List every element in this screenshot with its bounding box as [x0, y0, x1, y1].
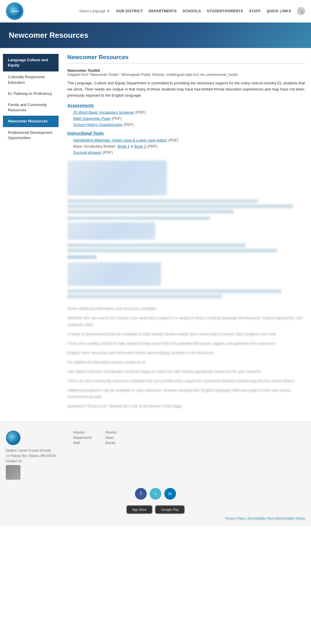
nav-student-parents[interactable]: STUDENT/PARENTS [207, 9, 243, 13]
blurred-content-1 [67, 160, 305, 298]
social-facebook-btn[interactable]: f [135, 488, 147, 500]
social-twitter-btn[interactable]: t [150, 488, 161, 500]
blurred-text-section: Some additional information and resource… [67, 305, 305, 409]
hero-banner: Newcomer Resources [0, 23, 311, 48]
resource-item-survival: Survival phrases (PDF) [73, 150, 305, 155]
footer-contact[interactable]: Contact Us [6, 459, 64, 463]
sidebar-item-culturally-responsive[interactable]: Culturally Responsive Education [3, 71, 59, 88]
footer-link-staff[interactable]: Staff [73, 441, 97, 445]
vocab-amp: & [131, 144, 133, 148]
school-history-link[interactable]: School History Questionnaire [73, 122, 122, 127]
footer-logo-circle [6, 431, 20, 445]
handwriting-link[interactable]: Handwriting Materials: Upper-case & Lowe… [73, 138, 167, 142]
page-title: Newcomer Resources [9, 31, 302, 40]
footer-links-group-2: Parents News Events [105, 431, 129, 482]
vocab-builder-pdf: (PDF) [147, 144, 158, 148]
footer-links-col: Schools Departments Staff Parents News E… [73, 431, 305, 482]
footer-tagline: Eastern Carver County Schools [6, 449, 64, 452]
footer-link-departments[interactable]: Departments [73, 436, 97, 439]
svg-point-2 [6, 431, 20, 445]
sidebar-item-newcomer-resources[interactable]: Newcomer Resources [3, 116, 59, 127]
vocab-book1-link[interactable]: Book 1 [117, 144, 129, 148]
intro-paragraph: The Language, Culture and Equity Departm… [67, 80, 305, 98]
language-selector[interactable]: Select Language ▼ [79, 9, 110, 13]
content-area: Newcomer Resources Newcomer Toolkit Adap… [64, 54, 308, 413]
app-store-btn[interactable]: App Store [127, 505, 153, 514]
math-diagnostic-pdf: (PDF) [112, 116, 122, 121]
instructional-tools-link[interactable]: Instructional Tools [67, 131, 305, 136]
vocab-builder-label: Basic Vocabulary Builder: [73, 144, 116, 148]
non-discrimination-link[interactable]: Non-Discrimination Notice [268, 517, 305, 520]
footer-logo [6, 431, 64, 445]
footer-address: 11 Peavey Rd, Chaska, MN 55318 [6, 454, 64, 457]
sidebar: Language Culture and Equity Culturally R… [3, 54, 59, 413]
search-icon[interactable]: 🔍 [297, 7, 305, 15]
sidebar-item-family-community[interactable]: Family and Community Resources [3, 99, 59, 116]
footer-links-group-1: Schools Departments Staff [73, 431, 97, 482]
footer-social: f t in [6, 488, 305, 500]
survival-phrases-link[interactable]: Survival phrases [73, 150, 101, 155]
vocabulary-screener-pdf: (PDF) [136, 110, 146, 115]
header: Chaska Select Language ▼ OUR DISTRICT DE… [0, 0, 311, 23]
footer-link-schools[interactable]: Schools [73, 431, 97, 434]
sidebar-item-language-culture-equity[interactable]: Language Culture and Equity [3, 54, 59, 71]
toolkit-label: Newcomer Toolkit [67, 68, 305, 73]
language-label: Select Language [79, 9, 105, 13]
privacy-policy-link[interactable]: Privacy Policy [225, 517, 245, 520]
assessments-link[interactable]: Assessments [67, 103, 305, 108]
math-diagnostic-link[interactable]: Math Diagnostic Page [73, 116, 110, 121]
toolkit-source: Adapted from "Newcomer Toolkit." Minneap… [67, 73, 305, 77]
nav-quick-links[interactable]: QUICK LINKS [267, 9, 291, 13]
resource-item-vocabulary: 20 Word Basic Vocabulary Screener (PDF) [73, 110, 305, 115]
handwriting-pdf: (PDF) [168, 138, 179, 142]
nav-our-district[interactable]: OUR DISTRICT [116, 9, 143, 13]
logo: Chaska [6, 2, 23, 20]
vocabulary-screener-link[interactable]: 20 Word Basic Vocabulary Screener [73, 110, 134, 115]
nav-schools[interactable]: SCHOOLS [182, 9, 201, 13]
social-linkedin-btn[interactable]: in [164, 488, 176, 500]
resource-item-math: Math Diagnostic Page (PDF) [73, 116, 305, 121]
nav-departments[interactable]: DEPARTMENTS [148, 9, 177, 13]
instructional-list: Handwriting Materials: Upper-case & Lowe… [73, 138, 305, 155]
chevron-down-icon[interactable]: ▼ [107, 9, 110, 13]
resource-item-handwriting: Handwriting Materials: Upper-case & Lowe… [73, 138, 305, 142]
svg-text:Chaska: Chaska [11, 10, 18, 12]
assessments-list: 20 Word Basic Vocabulary Screener (PDF) … [73, 110, 305, 127]
logo-area: Chaska [6, 2, 23, 20]
nav-area: Select Language ▼ OUR DISTRICT DEPARTMEN… [79, 7, 305, 15]
main-container: Language Culture and Equity Culturally R… [0, 54, 311, 413]
vocab-book2-link[interactable]: Book 2 [134, 144, 146, 148]
footer-link-parents[interactable]: Parents [105, 431, 129, 434]
content-title: Newcomer Resources [67, 54, 305, 64]
resource-item-vocabulary-builder: Basic Vocabulary Builder: Book 1 & Book … [73, 144, 305, 148]
footer-link-events[interactable]: Events [105, 441, 129, 445]
survival-phrases-pdf: (PDF) [102, 150, 113, 155]
footer-logo-col: Eastern Carver County Schools 11 Peavey … [6, 431, 64, 482]
accessibility-link[interactable]: Accessibility [248, 517, 265, 520]
google-play-btn[interactable]: Google Play [155, 505, 184, 514]
sidebar-item-professional-dev[interactable]: Professional Development Opportunities [3, 127, 59, 144]
footer-app-buttons: App Store Google Play [6, 505, 305, 514]
resource-item-school-history: School History Questionnaire (PDF) [73, 122, 305, 127]
sidebar-item-el-pathway[interactable]: EL Pathway to Proficiency [3, 88, 59, 99]
school-history-pdf: (PDF) [124, 122, 134, 127]
footer-link-news[interactable]: News [105, 436, 129, 439]
nav-staff[interactable]: STAFF [249, 9, 261, 13]
footer-map [6, 465, 20, 480]
footer-bottom-links: Privacy Policy | Accessibility | Non-Dis… [6, 517, 305, 520]
footer: Eastern Carver County Schools 11 Peavey … [0, 421, 311, 526]
footer-inner: Eastern Carver County Schools 11 Peavey … [6, 431, 305, 482]
